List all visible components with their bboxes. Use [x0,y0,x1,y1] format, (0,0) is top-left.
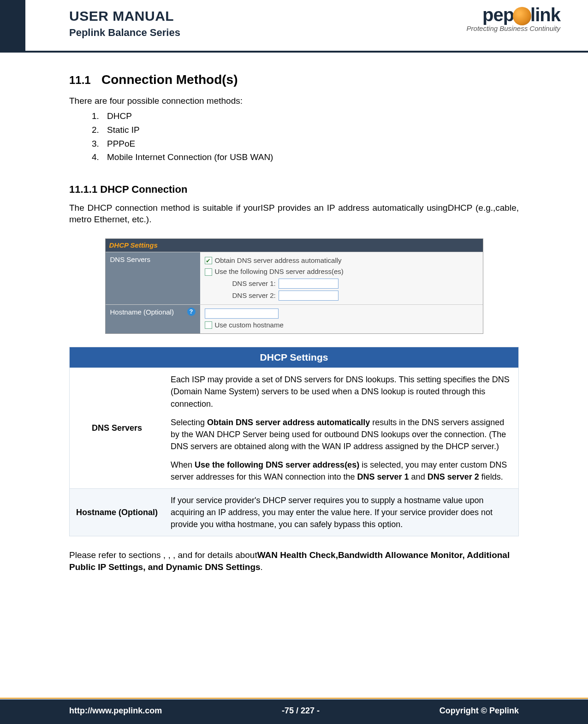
list-item: PPPoE [101,137,519,151]
checkbox-manual-dns[interactable] [205,268,212,276]
doc-title: USER MANUAL [69,8,180,24]
option-custom-hostname: Use custom hostname [215,320,284,330]
subsection-heading: 11.1.1 DHCP Connection [69,183,519,196]
hostname-label-text: Hostname (Optional) [110,308,174,317]
dns2-label: DNS server 2: [232,291,276,300]
desc-row-hostname: Hostname (Optional) If your service prov… [70,488,518,536]
desc-label-hostname: Hostname (Optional) [70,489,164,536]
list-item: Mobile Internet Connection (for USB WAN) [101,150,519,164]
dns2-input[interactable] [279,291,339,301]
connection-methods-list: DHCP Static IP PPPoE Mobile Internet Con… [101,109,519,164]
page-content: 11.1 Connection Method(s) There are four… [0,53,588,573]
dns1-input[interactable] [279,279,339,289]
header-titles: USER MANUAL Peplink Balance Series [69,8,180,39]
doc-subtitle: Peplink Balance Series [69,27,180,39]
hostname-input[interactable] [205,309,279,319]
desc-label-dns: DNS Servers [70,368,164,488]
option-auto-dns: Obtain DNS server address automatically [215,256,342,265]
footer-copyright: Copyright © Peplink [440,706,519,716]
dhcp-description-table: DHCP Settings DNS Servers Each ISP may p… [69,347,519,536]
checkbox-auto-dns[interactable]: ✔ [205,257,212,264]
header-accent-bar [0,0,25,51]
checkbox-custom-hostname[interactable] [205,321,212,329]
logo-text-post: link [530,5,560,25]
desc-body-hostname: If your service provider's DHCP server r… [164,489,518,536]
dns-servers-row: DNS Servers ✔ Obtain DNS server address … [106,252,483,304]
dns1-label: DNS server 1: [232,279,276,288]
logo-tagline: Protecting Business Continuity [467,24,560,32]
desc-row-dns: DNS Servers Each ISP may provide a set o… [70,368,518,488]
desc-hostname-p1: If your service provider's DHCP server r… [171,494,512,530]
option-manual-dns: Use the following DNS server address(es) [215,267,344,276]
desc-dns-p3: When Use the following DNS server addres… [171,459,512,483]
panel-title: DHCP Settings [106,239,483,252]
desc-body-dns: Each ISP may provide a set of DNS server… [164,368,518,488]
footer-page: -75 / 227 - [282,706,320,716]
desc-dns-p1: Each ISP may provide a set of DNS server… [171,374,512,409]
section-intro: There are four possible connection metho… [69,95,519,107]
list-item: Static IP [101,123,519,137]
help-icon[interactable]: ? [187,308,196,316]
section-heading: 11.1 Connection Method(s) [69,71,519,89]
desc-dns-p2: Selecting Obtain DNS server address auto… [171,416,512,452]
dhcp-settings-panel: DHCP Settings DNS Servers ✔ Obtain DNS s… [105,238,483,334]
logo-globe-icon [513,7,531,25]
logo-text-pre: pep [482,5,514,25]
brand-logo: pep link Protecting Business Continuity [467,5,560,32]
refer-paragraph: Please refer to sections , , , and for d… [69,549,519,573]
hostname-row: Hostname (Optional) ? Use custom hostnam… [106,304,483,333]
list-item: DHCP [101,109,519,123]
hostname-label: Hostname (Optional) ? [106,305,200,333]
section-number: 11.1 [69,74,91,86]
section-title: Connection Method(s) [101,72,238,87]
subsection-para: The DHCP connection method is suitable i… [69,202,519,226]
desc-table-title: DHCP Settings [70,347,518,368]
header: USER MANUAL Peplink Balance Series pep l… [0,0,588,51]
footer-url: http://www.peplink.com [69,706,162,716]
footer: http://www.peplink.com -75 / 227 - Copyr… [0,698,588,724]
dns-servers-label: DNS Servers [106,252,200,304]
